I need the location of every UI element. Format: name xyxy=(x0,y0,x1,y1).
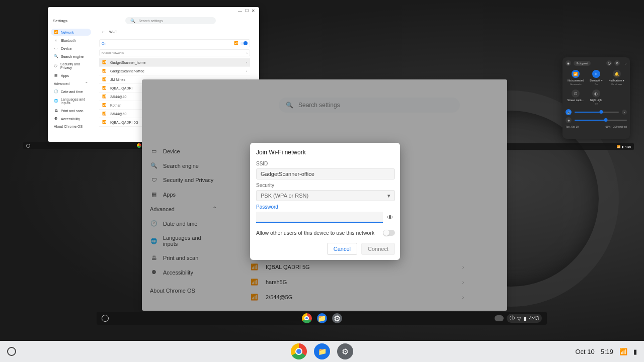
chrome-app-icon[interactable] xyxy=(291,343,307,359)
chevron-up-icon: ⌃ xyxy=(85,81,88,85)
search-input[interactable]: 🔍Search settings xyxy=(279,98,460,113)
sidebar-item-languages[interactable]: 🌐Languages and inputs xyxy=(148,231,219,251)
password-label: Password xyxy=(256,204,395,210)
sidebar-item-accessibility[interactable]: ⚉Accessibility xyxy=(51,115,91,122)
volume-slider[interactable] xyxy=(575,112,619,113)
sidebar-item-advanced[interactable]: Advanced⌃ xyxy=(51,80,91,87)
wifi-lock-icon: 📶 xyxy=(251,279,259,286)
sidebar-item-date[interactable]: 🕐Date and time xyxy=(148,216,219,231)
sidebar-item-apps[interactable]: ▦Apps xyxy=(51,72,91,79)
chrome-icon[interactable] xyxy=(137,143,141,148)
sidebar-item-languages[interactable]: 🌐Languages and inputs xyxy=(51,96,91,106)
settings-title: Settings xyxy=(53,19,67,23)
wifi-toggle[interactable] xyxy=(240,42,248,45)
files-icon[interactable] xyxy=(317,313,327,323)
launcher-button[interactable] xyxy=(7,347,16,356)
launcher-button[interactable] xyxy=(102,315,109,322)
connect-button[interactable]: Connect xyxy=(361,243,395,255)
status-area[interactable]: 📶▮4:39 xyxy=(617,145,634,148)
apps-icon: ▦ xyxy=(54,73,58,77)
sidebar-item-bluetooth[interactable]: ᚼBluetooth xyxy=(51,37,91,44)
network-row[interactable]: 📶GadgetScanner-office› xyxy=(99,67,250,75)
files-app-icon[interactable] xyxy=(314,343,330,359)
stylus-icon[interactable] xyxy=(495,315,504,321)
clock: 4:39 xyxy=(625,145,631,148)
guest-avatar-icon[interactable]: ◉ xyxy=(566,60,571,66)
wifi-lock-icon: 📶 xyxy=(102,95,106,99)
settings-icon[interactable] xyxy=(332,313,342,323)
wifi-lock-icon: 📶 xyxy=(102,60,106,64)
ssid-input[interactable]: GadgetScanner-office xyxy=(256,168,395,179)
search-icon: 🔍 xyxy=(54,54,58,58)
wifi-tile[interactable]: 📶Not connectedNo networks xyxy=(566,70,585,85)
notif-icon: ⓘ xyxy=(510,315,515,322)
bluetooth-icon: ᚼ xyxy=(592,70,600,78)
sidebar-item-security[interactable]: 🛡Security and Privacy xyxy=(148,173,219,187)
date-label: Oct 10 xyxy=(575,348,594,355)
sidebar-item-advanced[interactable]: Advanced⌃ xyxy=(148,202,219,216)
sidebar-item-network[interactable]: 📶Network xyxy=(51,29,91,36)
network-row[interactable]: 📶harsh5G› xyxy=(248,275,467,290)
chevron-right-icon[interactable]: › xyxy=(622,110,627,115)
minimize-icon[interactable]: — xyxy=(238,9,242,13)
exit-guest-button[interactable]: Exit guest xyxy=(574,61,591,66)
screen-capture-tile[interactable]: ⊡Screen captu... xyxy=(566,89,585,105)
back-button[interactable]: ←Wi-Fi xyxy=(99,29,250,35)
volume-icon[interactable]: 🔊 xyxy=(566,109,572,115)
quick-settings-panel[interactable]: ◉ Exit guest ⏻ ⚙ ⌄ 📶Not connectedNo netw… xyxy=(562,57,630,139)
allow-toggle[interactable] xyxy=(383,230,395,236)
settings-app-icon[interactable] xyxy=(337,343,353,359)
chrome-icon[interactable] xyxy=(302,313,312,323)
night-light-tile[interactable]: ◐Night LightOff xyxy=(587,89,606,105)
search-placeholder: Search settings xyxy=(138,19,163,23)
known-networks-row[interactable]: Known networks› xyxy=(99,49,250,56)
sidebar-item-device[interactable]: ▭Device xyxy=(148,144,219,158)
power-icon[interactable]: ⏻ xyxy=(606,60,612,66)
sidebar-item-print[interactable]: 🖶Print and scan xyxy=(51,107,91,114)
notifications-tile[interactable]: 🔔Notifications ▾On, all apps xyxy=(607,70,626,85)
network-row[interactable]: 📶2/544@5G› xyxy=(248,290,467,305)
bluetooth-tile[interactable]: ᚼBluetooth ▾On xyxy=(587,70,606,85)
status-tray[interactable]: ⓘ▽▮4:43 xyxy=(495,314,542,323)
search-icon: 🔍 xyxy=(130,19,135,23)
sidebar-item-device[interactable]: ▭Device xyxy=(51,45,91,52)
password-input[interactable] xyxy=(256,212,383,223)
window-controls: — ☐ ✕ xyxy=(48,7,259,15)
settings-sidebar: ▭Device 🔍Search engine 🛡Security and Pri… xyxy=(142,140,225,302)
wifi-icon: ▽ xyxy=(517,316,521,321)
brightness-icon[interactable]: ☀ xyxy=(566,117,572,123)
chevron-right-icon: › xyxy=(246,69,247,72)
wifi-lock-icon: 📶 xyxy=(251,294,259,301)
sidebar-item-search-engine[interactable]: 🔍Search engine xyxy=(51,53,91,60)
cancel-button[interactable]: Cancel xyxy=(327,243,357,255)
accessibility-icon: ⚉ xyxy=(54,117,58,121)
sidebar-item-about[interactable]: About Chrome OS xyxy=(51,123,91,130)
wifi-lock-icon: 📶 xyxy=(102,86,106,90)
print-icon: 🖶 xyxy=(54,109,58,113)
launcher-icon[interactable] xyxy=(26,144,30,148)
night-icon: ◐ xyxy=(592,89,600,98)
join-wifi-dialog: Join Wi-Fi network SSID GadgetScanner-of… xyxy=(250,143,400,260)
chevron-down-icon[interactable]: ⌄ xyxy=(624,61,627,65)
show-password-icon[interactable]: 👁 xyxy=(387,214,395,221)
sidebar-item-apps[interactable]: ▦Apps xyxy=(148,187,219,202)
bluetooth-icon: ᚼ xyxy=(54,38,58,42)
sidebar-item-search-engine[interactable]: 🔍Search engine xyxy=(148,158,219,173)
network-row[interactable]: 📶IQBAL QADRI 5G› xyxy=(248,259,467,275)
security-select[interactable]: PSK (WPA or RSN)▾ xyxy=(256,190,395,201)
sidebar-item-security[interactable]: 🛡Security and Privacy xyxy=(51,61,91,71)
sidebar-item-about[interactable]: About Chrome OS xyxy=(148,284,219,298)
sidebar-item-print[interactable]: 🖶Print and scan xyxy=(148,251,219,265)
network-row[interactable]: 📶GadgetScanner_home› xyxy=(99,58,250,67)
sidebar-item-accessibility[interactable]: ⚉Accessibility xyxy=(148,265,219,280)
close-icon[interactable]: ✕ xyxy=(252,9,255,13)
settings-gear-icon[interactable]: ⚙ xyxy=(614,60,620,66)
clock-icon: 🕐 xyxy=(150,220,158,227)
sidebar-item-date[interactable]: 🕐Date and time xyxy=(51,88,91,95)
wifi-lock-icon: 📶 xyxy=(102,112,106,116)
accessibility-icon: ⚉ xyxy=(150,269,158,276)
maximize-icon[interactable]: ☐ xyxy=(245,9,249,13)
search-input[interactable]: 🔍 Search settings xyxy=(125,17,216,24)
brightness-slider[interactable] xyxy=(575,120,627,121)
status-tray[interactable]: Oct 10 5:19 📶 ▮ xyxy=(575,348,637,355)
